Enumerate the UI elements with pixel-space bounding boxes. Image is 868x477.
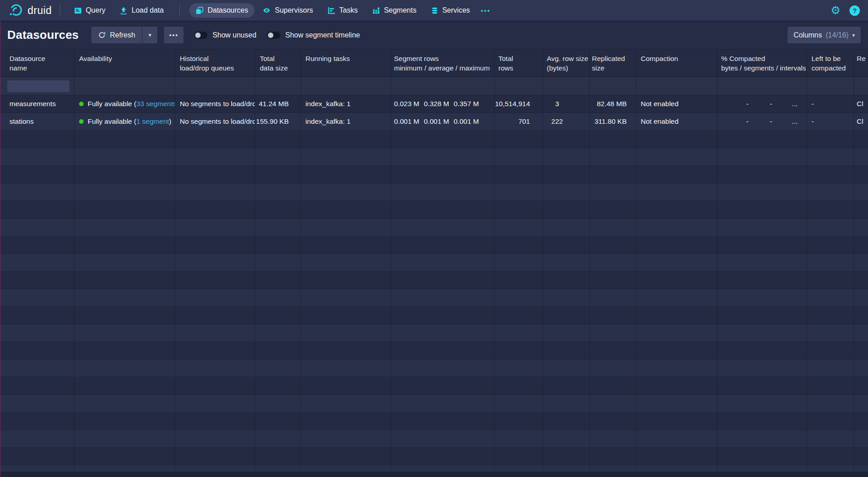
cell-name	[0, 236, 75, 253]
help-icon[interactable]: ?	[849, 5, 860, 16]
column-header-total_data_size[interactable]: Totaldata size	[255, 50, 301, 76]
cell-total_rows	[495, 219, 543, 236]
cell-availability	[75, 201, 175, 218]
column-header-pct_compacted[interactable]: % Compactedbytes / segments / intervals	[718, 50, 807, 76]
navbar-right: ⚙ ?	[830, 5, 860, 16]
toggle-track[interactable]	[267, 32, 280, 39]
cell-availability	[75, 254, 175, 271]
cell-availability	[75, 377, 175, 394]
cell-availability	[75, 430, 175, 447]
cell-name	[0, 395, 75, 412]
cell-retention: Cl	[854, 113, 868, 130]
chevron-down-icon: ▾	[852, 32, 855, 38]
column-header-retention[interactable]: Re	[854, 50, 868, 76]
nav-item-supervisors[interactable]: Supervisors	[256, 3, 319, 18]
cell-segment_rows: 0.023 M0.328 M0.357 M	[391, 95, 495, 112]
datasource-name-filter-input[interactable]	[7, 80, 70, 92]
cell-compaction	[636, 448, 718, 465]
table-row-empty	[0, 324, 868, 342]
cell-compaction	[636, 183, 718, 201]
nav-more-button[interactable]: •••	[476, 4, 495, 18]
cell-replicated_size	[590, 360, 636, 377]
cell-avg_row_size: 3	[543, 95, 590, 112]
column-header-load_drop[interactable]: Historicalload/drop queues	[175, 50, 255, 76]
segments-link[interactable]: 33 segments	[136, 100, 175, 108]
table-row-empty	[0, 412, 868, 430]
cell-segment_rows	[391, 307, 495, 324]
column-header-compaction[interactable]: Compaction	[636, 50, 718, 76]
cell-name	[0, 289, 75, 306]
cell-left_to_be_compacted	[807, 430, 854, 447]
cell-total_data_size	[255, 360, 301, 377]
druid-logo[interactable]: druid	[8, 3, 52, 18]
columns-button[interactable]: Columns (14/16) ▾	[788, 27, 861, 43]
cell-compaction	[636, 307, 718, 324]
table-row-measurements[interactable]: measurementsFully available (33 segments…	[0, 95, 868, 113]
cell-replicated_size	[590, 324, 636, 341]
cell-load_drop	[175, 201, 255, 218]
nav-item-tasks[interactable]: Tasks	[321, 3, 364, 18]
refresh-dropdown-button[interactable]: ▾	[142, 27, 157, 43]
cell-name	[0, 201, 75, 218]
column-header-name[interactable]: Datasourcename	[0, 50, 75, 76]
table-row-empty	[0, 148, 868, 166]
column-header-left_to_be_compacted[interactable]: Left to becompacted	[807, 50, 854, 76]
table-row-stations[interactable]: stationsFully available (1 segment)No se…	[0, 113, 868, 131]
column-header-avg_row_size[interactable]: Avg. row size(bytes)	[543, 50, 590, 76]
settings-gear-icon[interactable]: ⚙	[830, 5, 840, 16]
cell-running_tasks: index_kafka: 1	[301, 113, 391, 130]
toggle-track[interactable]	[194, 32, 207, 39]
cell-pct_compacted	[718, 448, 807, 465]
segment-rows-value: 0.001 M	[394, 117, 424, 126]
horizontal-scrollbar[interactable]	[0, 472, 868, 477]
cell-compaction	[636, 430, 718, 447]
cell-availability	[75, 271, 175, 289]
refresh-button[interactable]: Refresh	[91, 27, 142, 43]
nav-item-services[interactable]: Services	[425, 3, 476, 18]
column-header-line1: Datasource	[9, 54, 74, 63]
column-header-availability[interactable]: Availability	[75, 50, 175, 76]
cell-segment_rows	[391, 236, 495, 253]
cell-pct_compacted: --...	[718, 113, 807, 130]
cell-total_data_size	[255, 430, 301, 447]
filter-cell-segment_rows	[391, 77, 495, 95]
cell-total_rows	[495, 271, 543, 289]
cell-availability	[75, 412, 175, 430]
datasources-icon	[196, 7, 203, 14]
nav-item-segments[interactable]: Segments	[366, 3, 423, 18]
nav-item-datasources[interactable]: Datasources	[189, 3, 254, 18]
cell-segment_rows	[391, 412, 495, 430]
cell-running_tasks	[301, 342, 391, 359]
cell-avg_row_size	[543, 183, 590, 201]
query-icon	[74, 7, 82, 14]
show-segment-timeline-toggle[interactable]: Show segment timeline	[267, 31, 360, 39]
segment-rows-value: 0.001 M	[454, 117, 483, 126]
pct-compacted-value: ...	[783, 117, 807, 126]
column-header-line2: load/drop queues	[180, 63, 255, 73]
cell-avg_row_size	[543, 307, 590, 324]
table-row-empty	[0, 201, 868, 219]
cell-retention	[854, 448, 868, 465]
cell-pct_compacted	[718, 254, 807, 271]
column-header-line2: size	[592, 63, 636, 73]
nav-item-query[interactable]: Query	[68, 3, 112, 18]
cell-left_to_be_compacted	[807, 236, 854, 253]
column-header-segment_rows[interactable]: Segment rowsminimum / average / maximum	[391, 50, 495, 76]
toggle-knob	[268, 33, 273, 38]
column-header-total_rows[interactable]: Totalrows	[495, 50, 543, 76]
more-actions-button[interactable]: •••	[164, 27, 183, 43]
column-header-running_tasks[interactable]: Running tasks	[301, 50, 391, 76]
cell-avg_row_size	[543, 377, 590, 394]
cell-compaction	[636, 166, 718, 183]
nav-item-load-data[interactable]: Load data	[113, 3, 170, 18]
cell-replicated_size	[590, 412, 636, 430]
column-header-replicated_size[interactable]: Replicatedsize	[590, 50, 636, 76]
cell-avg_row_size	[543, 271, 590, 289]
cell-left_to_be_compacted	[807, 395, 854, 412]
segments-link[interactable]: 1 segment	[136, 117, 169, 126]
cell-replicated_size	[590, 236, 636, 253]
cell-retention	[854, 236, 868, 253]
cell-pct_compacted	[718, 166, 807, 183]
cell-pct_compacted	[718, 236, 807, 253]
show-unused-toggle[interactable]: Show unused	[194, 31, 256, 39]
